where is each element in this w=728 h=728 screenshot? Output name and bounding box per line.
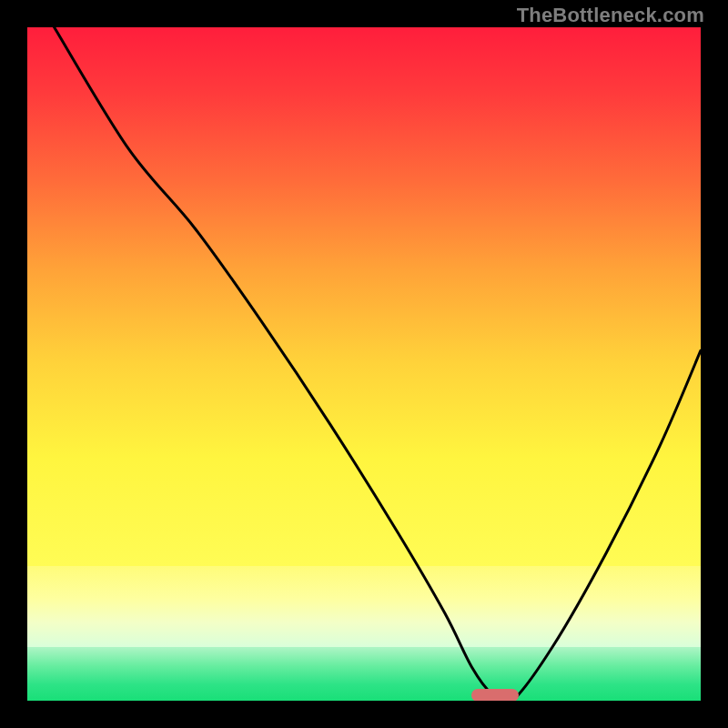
curve-path: [55, 27, 701, 701]
watermark-text: TheBottleneck.com: [517, 4, 704, 27]
bottleneck-curve: [27, 27, 701, 701]
optimal-marker: [471, 689, 519, 701]
chart-frame: TheBottleneck.com: [0, 0, 728, 728]
plot-area: [27, 27, 701, 701]
